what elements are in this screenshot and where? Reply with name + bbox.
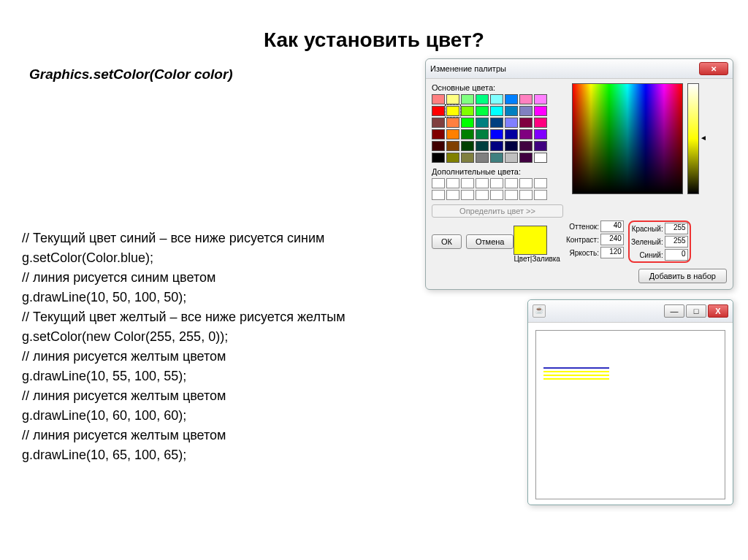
color-swatch[interactable]	[534, 106, 547, 116]
color-swatch[interactable]	[446, 153, 459, 163]
color-swatch[interactable]	[446, 141, 459, 151]
page-title: Как установить цвет?	[22, 28, 726, 52]
close-button[interactable]: X	[708, 304, 728, 318]
minimize-button[interactable]: —	[664, 304, 684, 318]
color-swatch[interactable]	[476, 118, 489, 128]
lum-label: Яркость:	[570, 249, 599, 257]
color-swatch[interactable]	[476, 141, 489, 151]
cancel-button[interactable]: Отмена	[466, 234, 514, 249]
color-swatch[interactable]	[476, 129, 489, 139]
lum-input[interactable]: 120	[600, 247, 624, 258]
color-swatch[interactable]	[519, 106, 533, 116]
color-swatch[interactable]	[432, 129, 445, 139]
custom-colors-label: Дополнительные цвета:	[432, 167, 563, 176]
java-titlebar[interactable]: ☕ — □ X	[528, 300, 733, 323]
color-swatch[interactable]	[461, 129, 474, 139]
color-swatch[interactable]	[505, 141, 518, 151]
color-swatch[interactable]	[461, 153, 474, 163]
custom-swatch[interactable]	[519, 190, 533, 200]
custom-swatch[interactable]	[446, 178, 459, 188]
color-swatch[interactable]	[490, 118, 503, 128]
color-swatch[interactable]	[461, 118, 474, 128]
basic-color-palette	[432, 94, 563, 163]
custom-swatch[interactable]	[432, 190, 445, 200]
custom-swatch[interactable]	[534, 178, 547, 188]
color-swatch[interactable]	[461, 106, 474, 116]
custom-swatch[interactable]	[476, 178, 489, 188]
ok-button[interactable]: ОК	[432, 234, 462, 249]
color-swatch[interactable]	[432, 118, 445, 128]
color-swatch[interactable]	[432, 153, 445, 163]
sat-label: Контраст:	[566, 236, 599, 244]
color-swatch[interactable]	[519, 153, 533, 163]
color-swatch[interactable]	[490, 129, 503, 139]
color-swatch[interactable]	[505, 153, 518, 163]
color-swatch[interactable]	[490, 153, 503, 163]
java-icon: ☕	[533, 304, 546, 318]
color-swatch[interactable]	[476, 153, 489, 163]
canvas-area	[535, 330, 725, 499]
color-swatch[interactable]	[534, 141, 547, 151]
custom-swatch[interactable]	[519, 178, 533, 188]
custom-swatch[interactable]	[432, 178, 445, 188]
custom-swatch[interactable]	[534, 190, 547, 200]
dialog-titlebar[interactable]: Изменение палитры ✕	[426, 59, 733, 79]
red-input[interactable]: 255	[665, 223, 688, 234]
color-swatch[interactable]	[505, 118, 518, 128]
luminance-slider[interactable]	[687, 83, 699, 194]
custom-swatch[interactable]	[505, 190, 518, 200]
color-swatch[interactable]	[446, 106, 459, 116]
sat-input[interactable]: 240	[600, 234, 624, 245]
color-swatch[interactable]	[490, 106, 503, 116]
color-swatch[interactable]	[534, 153, 547, 163]
color-swatch[interactable]	[519, 141, 533, 151]
drawn-line	[543, 378, 609, 380]
custom-color-palette	[432, 178, 563, 200]
red-label: Красный:	[632, 225, 663, 233]
color-swatch[interactable]	[505, 129, 518, 139]
java-output-window: ☕ — □ X	[527, 299, 733, 505]
color-swatch[interactable]	[519, 94, 533, 104]
color-swatch[interactable]	[446, 118, 459, 128]
color-swatch[interactable]	[505, 94, 518, 104]
green-input[interactable]: 255	[665, 236, 688, 248]
hue-input[interactable]: 40	[600, 220, 624, 232]
color-swatch[interactable]	[461, 94, 474, 104]
custom-swatch[interactable]	[446, 190, 459, 200]
blue-input[interactable]: 0	[665, 249, 688, 261]
custom-swatch[interactable]	[490, 190, 503, 200]
blue-label: Синий:	[639, 251, 663, 259]
color-swatch[interactable]	[476, 106, 489, 116]
color-swatch[interactable]	[490, 94, 503, 104]
color-swatch[interactable]	[534, 118, 547, 128]
color-swatch[interactable]	[519, 118, 533, 128]
color-swatch[interactable]	[534, 129, 547, 139]
custom-swatch[interactable]	[476, 190, 489, 200]
color-swatch[interactable]	[432, 141, 445, 151]
green-label: Зеленый:	[631, 238, 663, 246]
color-swatch[interactable]	[534, 94, 547, 104]
color-swatch[interactable]	[432, 106, 445, 116]
color-swatch[interactable]	[446, 129, 459, 139]
color-swatch[interactable]	[446, 94, 459, 104]
color-swatch[interactable]	[476, 94, 489, 104]
dialog-title: Изменение палитры	[430, 64, 506, 73]
custom-swatch[interactable]	[505, 178, 518, 188]
add-to-custom-button[interactable]: Добавить в набор	[638, 269, 727, 283]
color-swatch[interactable]	[461, 141, 474, 151]
custom-swatch[interactable]	[461, 178, 474, 188]
color-preview	[514, 226, 547, 255]
close-button[interactable]: ✕	[699, 62, 728, 75]
color-swatch[interactable]	[432, 94, 445, 104]
color-swatch[interactable]	[490, 141, 503, 151]
color-preview-label: Цвет|Заливка	[514, 255, 560, 263]
custom-swatch[interactable]	[461, 190, 474, 200]
custom-swatch[interactable]	[490, 178, 503, 188]
define-color-button[interactable]: Определить цвет >>	[432, 204, 563, 218]
drawn-line	[543, 367, 609, 369]
maximize-button[interactable]: □	[686, 304, 706, 318]
color-gradient-picker[interactable]	[572, 83, 683, 194]
color-swatch[interactable]	[519, 129, 533, 139]
drawn-line	[543, 371, 609, 372]
color-swatch[interactable]	[505, 106, 518, 116]
